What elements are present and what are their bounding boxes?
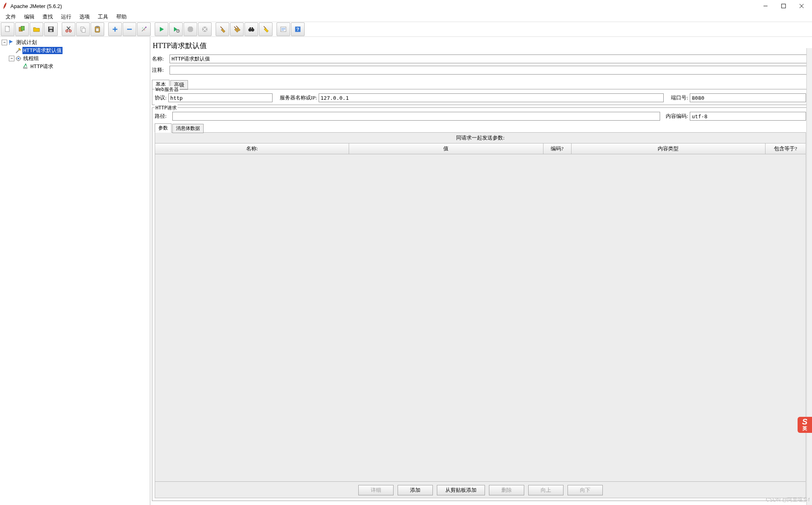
svg-marker-32 [188,26,193,32]
config-panel: HTTP请求默认值 名称: 注释: 基本 高级 Web服务器 协议: 服务器名 [150,37,812,505]
params-body[interactable] [155,154,806,481]
tree-toggle[interactable]: − [9,56,14,61]
svg-rect-16 [82,28,85,32]
maximize-button[interactable] [774,0,792,12]
ime-badge[interactable]: S 英 [798,417,812,433]
help-icon[interactable]: ? [291,22,305,36]
encoding-label: 内容编码: [666,113,688,120]
menu-run[interactable]: 运行 [57,12,75,21]
fn-helper-icon[interactable] [277,22,290,36]
start-no-timers-icon[interactable] [169,22,183,36]
wand-icon[interactable] [137,22,151,36]
menu-tools[interactable]: 工具 [94,12,112,21]
encoding-input[interactable] [690,112,806,121]
sub-tabs: 参数 消息体数据 [155,123,806,132]
config-icon [15,47,22,54]
new-file-icon[interactable] [1,22,14,36]
svg-point-26 [144,30,145,30]
tree-http-defaults[interactable]: HTTP请求默认值 [2,46,150,55]
paste-icon[interactable] [91,22,104,36]
cut-icon[interactable] [62,22,75,36]
add-from-clipboard-button[interactable]: 从剪贴板添加 [437,485,485,495]
svg-point-11 [66,30,68,32]
svg-rect-44 [250,27,251,28]
page-title: HTTP请求默认值 [152,38,809,55]
col-content-type[interactable]: 内容类型 [572,143,766,154]
httpreq-fieldset: HTTP请求 路径: 内容编码: 参数 消息体数据 同请求一起发送参数: 名称: [152,107,809,501]
tree-toggle[interactable]: − [2,40,7,45]
params-header: 名称: 值 编码? 内容类型 包含等于? [155,143,806,154]
subtab-params[interactable]: 参数 [155,123,172,133]
name-row: 名称: [152,55,809,63]
testplan-icon [8,39,14,46]
col-name[interactable]: 名称: [155,143,349,154]
menu-options[interactable]: 选项 [75,12,94,21]
main-tabs: 基本 高级 [152,79,809,89]
minimize-button[interactable] [756,0,774,12]
plus-icon[interactable] [108,22,122,36]
reset-broom-icon[interactable] [259,22,273,36]
copy-icon[interactable] [76,22,90,36]
ime-lang: 英 [802,425,807,432]
up-button[interactable]: 向上 [528,485,564,495]
server-label: 服务器名称或IP: [280,94,317,101]
menu-bar: 文件 编辑 查找 运行 选项 工具 帮助 [0,12,812,22]
svg-point-58 [18,58,19,59]
templates-icon[interactable] [15,22,29,36]
binoculars-icon[interactable] [244,22,258,36]
tree-label: HTTP请求 [30,63,54,70]
tree-root[interactable]: − 测试计划 [2,38,150,46]
tree-panel[interactable]: − 测试计划 HTTP请求默认值 − 线程组 HTTP请求 [0,37,150,505]
comment-input[interactable] [170,66,809,75]
tree-thread-group[interactable]: − 线程组 [2,55,150,63]
ime-logo: S [802,418,807,425]
svg-point-24 [145,26,146,28]
right-scrollbar[interactable] [806,48,812,505]
svg-rect-9 [49,27,53,29]
menu-search[interactable]: 查找 [38,12,57,21]
port-input[interactable] [690,93,806,102]
open-folder-icon[interactable] [30,22,43,36]
menu-edit[interactable]: 编辑 [20,12,38,21]
col-value[interactable]: 值 [349,143,543,154]
protocol-label: 协议: [155,94,167,101]
broom-all-icon[interactable] [230,22,244,36]
add-button[interactable]: 添加 [398,485,433,495]
detail-button[interactable]: 详细 [358,485,394,495]
down-button[interactable]: 向下 [568,485,603,495]
title-bar: Apache JMeter (5.6.2) [0,0,812,12]
webserver-fieldset: Web服务器 协议: 服务器名称或IP: 端口号: [152,89,809,105]
svg-rect-1 [782,4,786,8]
tree-http-request[interactable]: HTTP请求 [2,63,150,71]
main-area: − 测试计划 HTTP请求默认值 − 线程组 HTTP请求 HTTP请求默认值 [0,37,812,505]
sampler-icon [22,63,29,70]
col-encode[interactable]: 编码? [543,143,572,154]
params-table: 同请求一起发送参数: 名称: 值 编码? 内容类型 包含等于? 详细 添加 从剪… [155,132,806,498]
app-icon [1,2,9,10]
tree-label: HTTP请求默认值 [22,47,63,54]
subtab-body[interactable]: 消息体数据 [172,124,204,133]
svg-rect-45 [252,27,253,28]
window-title: Apache JMeter (5.6.2) [10,3,62,9]
close-button[interactable] [792,0,810,12]
port-label: 端口号: [671,94,688,101]
shutdown-icon[interactable] [198,22,212,36]
comment-row: 注释: [152,66,809,75]
start-icon[interactable] [155,22,168,36]
path-input[interactable] [172,112,660,121]
menu-help[interactable]: 帮助 [112,12,131,21]
delete-button[interactable]: 删除 [489,485,524,495]
svg-point-64 [25,64,26,65]
save-icon[interactable] [44,22,58,36]
menu-file[interactable]: 文件 [2,12,20,21]
svg-rect-10 [50,30,53,32]
svg-point-25 [142,28,143,28]
svg-marker-37 [221,28,225,32]
col-include-equals[interactable]: 包含等于? [766,143,806,154]
name-input[interactable] [170,55,809,63]
protocol-input[interactable] [168,93,273,102]
server-input[interactable] [319,93,664,102]
broom-icon[interactable] [216,22,229,36]
stop-icon[interactable] [184,22,197,36]
minus-icon[interactable] [123,22,136,36]
